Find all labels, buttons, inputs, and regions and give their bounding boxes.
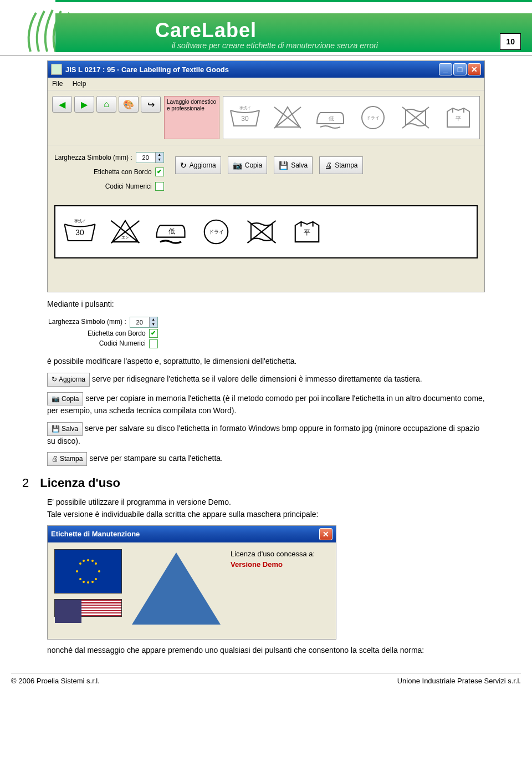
- triangle-graphic: [132, 552, 221, 625]
- brand-subtitle: il software per creare etichette di manu…: [172, 41, 378, 50]
- license-p2: Tale versione è individuabile dalla scri…: [47, 509, 485, 520]
- stampa-button[interactable]: 🖨Stampa: [319, 156, 362, 174]
- border-checkbox[interactable]: ✔: [155, 168, 164, 176]
- svg-text:エン: エン: [121, 235, 129, 240]
- camera-icon: 📷: [52, 395, 60, 403]
- mini-width-spinner[interactable]: ▲▼: [130, 317, 158, 328]
- section-number: 2: [22, 476, 29, 490]
- menu-help[interactable]: Help: [73, 80, 86, 88]
- page-number: 10: [500, 33, 521, 50]
- svg-text:平: 平: [304, 229, 310, 236]
- inline-stampa-button: 🖨Stampa: [47, 452, 87, 466]
- svg-text:手洗イ: 手洗イ: [74, 219, 86, 224]
- page-footer: © 2006 Proelia Sistemi s.r.l. Unione Ind…: [11, 673, 521, 688]
- preview-no-wring: [243, 216, 280, 248]
- exit-button[interactable]: ↪: [141, 96, 161, 113]
- width-label: Larghezza Simbolo (mm) :: [54, 151, 132, 164]
- inline-aggiorna-button: ↻Aggiorna: [47, 373, 90, 387]
- menu-bar: File Help: [48, 78, 484, 90]
- footer-left: © 2006 Proelia Sistemi s.r.l.: [11, 677, 100, 685]
- section-2-content: E' possibile utilizzare il programma in …: [47, 497, 485, 656]
- aggiorna-button[interactable]: ↻Aggiorna: [175, 156, 221, 174]
- dry-flat-symbol[interactable]: 平: [439, 102, 477, 134]
- mini-settings-inline: Larghezza Simbolo (mm) :▲▼ Etichetta con…: [47, 316, 159, 351]
- svg-text:低: 低: [168, 227, 175, 235]
- svg-point-23: [76, 570, 78, 572]
- svg-point-21: [87, 559, 89, 561]
- print-icon: 🖨: [52, 455, 58, 463]
- inline-salva-button: 💾Salva: [47, 422, 83, 436]
- license-p1: E' possibile utilizzare il programma in …: [47, 497, 485, 508]
- copia-button[interactable]: 📷Copia: [228, 156, 267, 174]
- salva-button[interactable]: 💾Salva: [274, 156, 313, 174]
- footer-right: Unione Industriale Pratese Servizi s.r.l…: [397, 677, 521, 685]
- brand-title: CareLabel: [155, 19, 257, 42]
- svg-point-24: [98, 570, 100, 572]
- license-window: Etichette di Manutenzione ✕ Licenza d'us…: [47, 525, 336, 640]
- back-button[interactable]: ◀: [52, 96, 72, 113]
- document-header: CareLabel il software per creare etichet…: [0, 0, 532, 55]
- svg-point-30: [91, 560, 94, 562]
- svg-text:平: 平: [456, 115, 461, 121]
- close-button[interactable]: ✕: [468, 63, 481, 75]
- mini-border-checkbox[interactable]: ✔: [149, 329, 158, 338]
- print-icon: 🖨: [324, 161, 332, 170]
- p-stampa: 🖨Stampa serve per stampare su carta l'et…: [47, 452, 485, 466]
- section-2-heading: 2 Licenza d'uso: [22, 476, 510, 490]
- svg-text:ドライ: ドライ: [209, 229, 224, 235]
- license-titlebar: Etichette di Manutenzione ✕: [48, 526, 336, 542]
- us-flag-button[interactable]: [54, 599, 122, 617]
- p-aggiorna: ↻Aggiorna serve per ridisegnare l'etiche…: [47, 373, 485, 387]
- svg-text:30: 30: [75, 228, 84, 237]
- svg-point-29: [83, 560, 85, 562]
- preview-iron-low: 低: [152, 216, 190, 248]
- toolbar: ◀ ▶ ⌂ 🎨 ↪ Lavaggio domestico e professio…: [48, 90, 484, 145]
- save-icon: 💾: [279, 161, 288, 170]
- forward-button[interactable]: ▶: [74, 96, 94, 113]
- border-label: Etichetta con Bordo: [94, 165, 152, 179]
- svg-point-22: [87, 581, 89, 584]
- maximize-button[interactable]: □: [453, 63, 467, 75]
- intro-text: Mediante i pulsanti:: [47, 299, 485, 310]
- dryclean-symbol[interactable]: ドライ: [354, 102, 392, 134]
- svg-text:ドライ: ドライ: [366, 115, 380, 120]
- category-tile[interactable]: Lavaggio domestico e professionale: [164, 96, 219, 139]
- license-close-button[interactable]: ✕: [319, 528, 332, 540]
- menu-file[interactable]: File: [52, 80, 63, 88]
- inline-copia-button: 📷Copia: [47, 392, 83, 406]
- codes-checkbox[interactable]: [155, 182, 164, 191]
- license-window-title: Etichette di Manutenzione: [51, 529, 140, 539]
- p-modify: è possibile modificare l'aspetto e, sopr…: [47, 356, 485, 367]
- iron-low-symbol[interactable]: 低: [311, 102, 349, 134]
- no-wring-symbol[interactable]: [397, 102, 434, 134]
- minimize-button[interactable]: _: [439, 63, 452, 75]
- svg-point-26: [95, 562, 97, 565]
- codes-label: Codici Numerici: [105, 180, 152, 193]
- preview-dry-flat: 平: [288, 216, 326, 248]
- svg-text:30: 30: [241, 115, 249, 123]
- license-value: Versione Demo: [231, 560, 315, 570]
- svg-point-27: [79, 578, 81, 580]
- svg-text:低: 低: [329, 115, 334, 121]
- camera-icon: 📷: [233, 161, 242, 170]
- section-title: Licenza d'uso: [40, 476, 120, 490]
- refresh-icon: ↻: [52, 376, 57, 383]
- palette-button[interactable]: 🎨: [119, 96, 139, 113]
- options-bar: Larghezza Simbolo (mm) : ▲▼ Etichetta co…: [48, 145, 484, 200]
- eu-flag-button[interactable]: [54, 549, 122, 594]
- wash-30-symbol[interactable]: 30手洗イ: [226, 102, 264, 134]
- window-title: JIS L 0217 : 95 - Care Labelling of Text…: [65, 65, 229, 74]
- home-button[interactable]: ⌂: [96, 96, 116, 113]
- width-spinner[interactable]: ▲▼: [136, 152, 164, 163]
- preview-no-bleach: エン: [106, 216, 144, 248]
- svg-point-25: [79, 562, 81, 565]
- symbol-palette: 30手洗イ 低 ドライ 平: [223, 96, 480, 139]
- p-salva: 💾Salva serve per salvare su disco l'etic…: [47, 422, 485, 447]
- p-copia: 📷Copia serve per copiare in memoria l'et…: [47, 392, 485, 417]
- svg-point-28: [95, 578, 97, 580]
- app-window: JIS L 0217 : 95 - Care Labelling of Text…: [47, 60, 485, 292]
- mini-codes-checkbox[interactable]: [149, 339, 158, 348]
- no-bleach-symbol[interactable]: [269, 102, 306, 134]
- save-icon: 💾: [52, 425, 60, 433]
- preview-area: 30手洗イ エン 低 ドライ 平: [48, 200, 484, 292]
